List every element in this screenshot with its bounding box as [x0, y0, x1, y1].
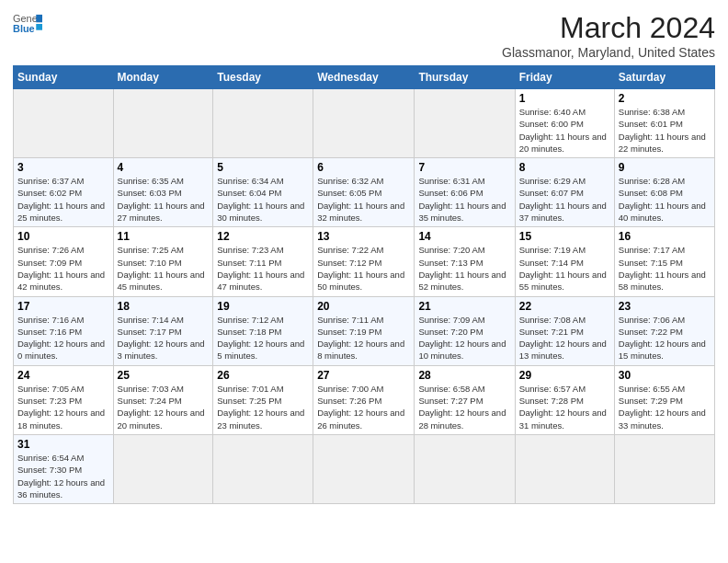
day-number: 2 — [619, 92, 711, 105]
day-info: Sunrise: 6:40 AM Sunset: 6:00 PM Dayligh… — [519, 106, 610, 155]
day-number: 25 — [118, 369, 210, 382]
day-cell: 1Sunrise: 6:40 AM Sunset: 6:00 PM Daylig… — [515, 89, 614, 158]
day-cell: 13Sunrise: 7:22 AM Sunset: 7:12 PM Dayli… — [313, 227, 415, 296]
day-number: 3 — [17, 161, 109, 174]
day-number: 23 — [619, 300, 711, 313]
calendar-table: Sunday Monday Tuesday Wednesday Thursday… — [13, 65, 715, 504]
day-info: Sunrise: 6:57 AM Sunset: 7:28 PM Dayligh… — [519, 383, 610, 431]
day-number: 15 — [519, 230, 610, 243]
day-cell: 2Sunrise: 6:38 AM Sunset: 6:01 PM Daylig… — [614, 89, 714, 158]
day-cell: 14Sunrise: 7:20 AM Sunset: 7:13 PM Dayli… — [415, 227, 515, 296]
day-info: Sunrise: 7:20 AM Sunset: 7:13 PM Dayligh… — [418, 244, 510, 293]
day-cell: 3Sunrise: 6:37 AM Sunset: 6:02 PM Daylig… — [14, 158, 114, 227]
day-number: 29 — [519, 369, 610, 382]
calendar-subtitle: Glassmanor, Maryland, United States — [502, 45, 715, 60]
col-saturday: Saturday — [614, 66, 714, 89]
page: General Blue March 2024 Glassmanor, Mary… — [0, 0, 728, 511]
header-row: Sunday Monday Tuesday Wednesday Thursday… — [14, 66, 715, 89]
day-cell — [313, 89, 415, 158]
week-row-4: 17Sunrise: 7:16 AM Sunset: 7:16 PM Dayli… — [14, 296, 715, 365]
day-cell — [614, 434, 714, 503]
day-number: 13 — [317, 230, 410, 243]
day-number: 27 — [317, 369, 410, 382]
col-thursday: Thursday — [415, 66, 515, 89]
day-number: 22 — [519, 300, 610, 313]
day-number: 18 — [118, 300, 210, 313]
day-cell: 5Sunrise: 6:34 AM Sunset: 6:04 PM Daylig… — [213, 158, 313, 227]
day-number: 4 — [118, 161, 210, 174]
day-number: 1 — [519, 92, 610, 105]
day-info: Sunrise: 6:37 AM Sunset: 6:02 PM Dayligh… — [17, 175, 109, 224]
col-friday: Friday — [515, 66, 614, 89]
svg-marker-2 — [36, 15, 42, 22]
day-info: Sunrise: 6:54 AM Sunset: 7:30 PM Dayligh… — [17, 452, 109, 500]
day-cell: 17Sunrise: 7:16 AM Sunset: 7:16 PM Dayli… — [14, 296, 114, 365]
day-number: 6 — [317, 161, 410, 174]
day-info: Sunrise: 7:23 AM Sunset: 7:11 PM Dayligh… — [217, 244, 309, 293]
day-info: Sunrise: 6:35 AM Sunset: 6:03 PM Dayligh… — [118, 175, 210, 224]
day-cell: 23Sunrise: 7:06 AM Sunset: 7:22 PM Dayli… — [614, 296, 714, 365]
day-number: 26 — [217, 369, 309, 382]
day-info: Sunrise: 7:05 AM Sunset: 7:23 PM Dayligh… — [17, 383, 109, 431]
day-info: Sunrise: 7:19 AM Sunset: 7:14 PM Dayligh… — [519, 244, 610, 293]
day-cell: 8Sunrise: 6:29 AM Sunset: 6:07 PM Daylig… — [515, 158, 614, 227]
day-cell: 7Sunrise: 6:31 AM Sunset: 6:06 PM Daylig… — [415, 158, 515, 227]
day-number: 14 — [418, 230, 510, 243]
day-info: Sunrise: 7:09 AM Sunset: 7:20 PM Dayligh… — [418, 314, 510, 362]
day-cell: 15Sunrise: 7:19 AM Sunset: 7:14 PM Dayli… — [515, 227, 614, 296]
day-cell: 25Sunrise: 7:03 AM Sunset: 7:24 PM Dayli… — [113, 365, 213, 434]
day-info: Sunrise: 6:28 AM Sunset: 6:08 PM Dayligh… — [619, 175, 711, 224]
week-row-6: 31Sunrise: 6:54 AM Sunset: 7:30 PM Dayli… — [14, 434, 715, 503]
header: General Blue March 2024 Glassmanor, Mary… — [13, 11, 715, 60]
day-cell — [113, 434, 213, 503]
day-cell: 18Sunrise: 7:14 AM Sunset: 7:17 PM Dayli… — [113, 296, 213, 365]
day-cell: 4Sunrise: 6:35 AM Sunset: 6:03 PM Daylig… — [113, 158, 213, 227]
day-info: Sunrise: 7:11 AM Sunset: 7:19 PM Dayligh… — [317, 314, 410, 362]
day-cell: 22Sunrise: 7:08 AM Sunset: 7:21 PM Dayli… — [515, 296, 614, 365]
day-number: 21 — [418, 300, 510, 313]
col-wednesday: Wednesday — [313, 66, 415, 89]
day-number: 8 — [519, 161, 610, 174]
day-cell: 26Sunrise: 7:01 AM Sunset: 7:25 PM Dayli… — [213, 365, 313, 434]
day-info: Sunrise: 6:34 AM Sunset: 6:04 PM Dayligh… — [217, 175, 309, 224]
day-number: 7 — [418, 161, 510, 174]
day-cell — [213, 89, 313, 158]
logo: General Blue — [13, 11, 42, 37]
day-number: 17 — [17, 300, 109, 313]
day-number: 16 — [619, 230, 711, 243]
week-row-1: 1Sunrise: 6:40 AM Sunset: 6:00 PM Daylig… — [14, 89, 715, 158]
week-row-5: 24Sunrise: 7:05 AM Sunset: 7:23 PM Dayli… — [14, 365, 715, 434]
day-number: 19 — [217, 300, 309, 313]
day-cell: 9Sunrise: 6:28 AM Sunset: 6:08 PM Daylig… — [614, 158, 714, 227]
day-cell: 16Sunrise: 7:17 AM Sunset: 7:15 PM Dayli… — [614, 227, 714, 296]
day-info: Sunrise: 7:00 AM Sunset: 7:26 PM Dayligh… — [317, 383, 410, 431]
day-number: 24 — [17, 369, 109, 382]
day-cell: 28Sunrise: 6:58 AM Sunset: 7:27 PM Dayli… — [415, 365, 515, 434]
generalblue-logo-icon: General Blue — [13, 11, 42, 37]
day-cell — [113, 89, 213, 158]
day-cell — [313, 434, 415, 503]
day-cell: 12Sunrise: 7:23 AM Sunset: 7:11 PM Dayli… — [213, 227, 313, 296]
col-tuesday: Tuesday — [213, 66, 313, 89]
day-number: 9 — [619, 161, 711, 174]
day-info: Sunrise: 6:55 AM Sunset: 7:29 PM Dayligh… — [619, 383, 711, 431]
day-info: Sunrise: 7:14 AM Sunset: 7:17 PM Dayligh… — [118, 314, 210, 362]
day-cell — [515, 434, 614, 503]
week-row-2: 3Sunrise: 6:37 AM Sunset: 6:02 PM Daylig… — [14, 158, 715, 227]
week-row-3: 10Sunrise: 7:26 AM Sunset: 7:09 PM Dayli… — [14, 227, 715, 296]
day-cell: 20Sunrise: 7:11 AM Sunset: 7:19 PM Dayli… — [313, 296, 415, 365]
day-cell — [14, 89, 114, 158]
day-number: 11 — [118, 230, 210, 243]
day-info: Sunrise: 6:31 AM Sunset: 6:06 PM Dayligh… — [418, 175, 510, 224]
day-number: 30 — [619, 369, 711, 382]
day-info: Sunrise: 7:03 AM Sunset: 7:24 PM Dayligh… — [118, 383, 210, 431]
day-cell — [213, 434, 313, 503]
day-info: Sunrise: 7:26 AM Sunset: 7:09 PM Dayligh… — [17, 244, 109, 293]
day-cell — [415, 89, 515, 158]
day-number: 12 — [217, 230, 309, 243]
day-info: Sunrise: 7:01 AM Sunset: 7:25 PM Dayligh… — [217, 383, 309, 431]
day-info: Sunrise: 7:06 AM Sunset: 7:22 PM Dayligh… — [619, 314, 711, 362]
day-number: 20 — [317, 300, 410, 313]
day-info: Sunrise: 7:17 AM Sunset: 7:15 PM Dayligh… — [619, 244, 711, 293]
day-cell: 6Sunrise: 6:32 AM Sunset: 6:05 PM Daylig… — [313, 158, 415, 227]
